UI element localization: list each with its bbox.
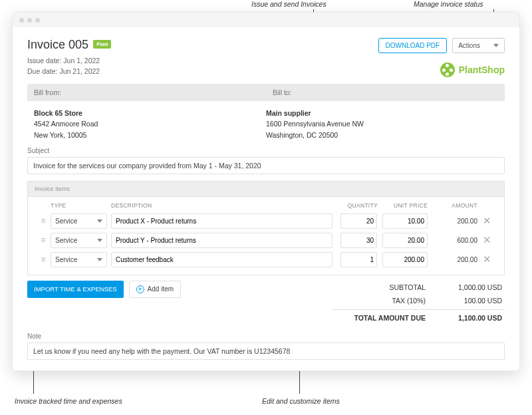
invoice-item-row: ≡ Service 200.00 ✕ [33,211,499,231]
bill-to-label: Bill to: [266,84,505,101]
bill-header-bar: Bill from: Bill to: [27,84,505,101]
item-qty-input[interactable] [340,252,377,267]
item-description-input[interactable] [111,252,332,267]
items-box: TYPE DESCRIPTION QUANTITY UNIT PRICE AMO… [27,196,505,275]
window-dot [27,18,32,23]
invoice-item-row: ≡ Service 200.00 ✕ [33,250,499,269]
item-description-input[interactable] [111,233,332,248]
items-section-label: Invoice Items [27,181,505,196]
items-column-headers: TYPE DESCRIPTION QUANTITY UNIT PRICE AMO… [33,197,499,211]
item-amount: 200.00 [428,217,477,225]
leaf-icon [440,63,455,77]
item-qty-input[interactable] [340,233,377,248]
invoice-title: Invoice 005 [27,38,88,51]
add-item-label: Add item [148,285,174,293]
invoice-item-row: ≡ Service 600.00 ✕ [33,231,499,250]
window-dot [19,18,24,23]
callout-manage-status: Manage invoice status [414,0,483,8]
subtotal-value: 1,000.00 USD [439,283,502,291]
item-type-select[interactable]: Service [51,233,107,248]
due-date: Due date: Jun 21, 2022 [27,67,378,77]
item-description-input[interactable] [111,213,332,229]
drag-handle-icon[interactable]: ≡ [36,235,51,245]
item-qty-input[interactable] [340,213,377,229]
import-time-expenses-button[interactable]: IMPORT TIME & EXPENSES [27,281,124,298]
issue-date: Issue date: Jun 1, 2022 [27,56,378,67]
caret-down-icon [97,239,102,242]
item-amount: 600.00 [428,237,477,244]
bill-from-label: Bill from: [27,84,266,101]
item-type-select[interactable]: Service [51,252,107,267]
subtotal-label: SUBTOTAL [334,283,439,291]
add-item-button[interactable]: + Add item [129,281,181,298]
window-titlebar [13,13,519,27]
item-unit-input[interactable] [382,252,428,267]
bill-from-address: Block 65 Store 4542 Anmoore Road New Yor… [34,108,266,140]
item-amount: 200.00 [428,256,477,263]
invoice-window: Invoice 005 Paid Issue date: Jun 1, 2022… [12,12,520,371]
plus-icon: + [136,285,144,293]
actions-label: Actions [458,42,480,49]
caret-down-icon [97,219,102,223]
total-value: 1,100.00 USD [439,314,502,322]
note-input[interactable] [27,343,505,360]
delete-row-icon[interactable]: ✕ [477,253,496,265]
addresses: Block 65 Store 4542 Anmoore Road New Yor… [27,101,505,146]
tax-label: TAX (10%) [334,297,439,305]
tax-value: 100.00 USD [439,297,502,305]
caret-down-icon [97,258,102,261]
subject-input[interactable] [27,157,505,174]
download-pdf-button[interactable]: DOWNLOAD PDF [378,38,448,53]
callout-issue-send: Issue and send Invoices [251,0,327,8]
subject-label: Subject [27,146,505,157]
delete-row-icon[interactable]: ✕ [477,215,496,227]
delete-row-icon[interactable]: ✕ [477,234,496,246]
brand-name: PlantShop [459,65,505,75]
callout-edit-items: Edit and customize items [262,397,340,405]
caret-down-icon [493,44,499,47]
totals-block: SUBTOTAL1,000.00 USD TAX (10%)100.00 USD… [332,281,505,325]
total-label: TOTAL AMOUNT DUE [334,314,439,322]
callout-tracked-time: Invoice tracked time and expenses [15,397,122,405]
bill-to-address: Main supplier 1600 Pennsylvania Avenue N… [266,108,498,140]
window-dot [35,18,40,23]
item-unit-input[interactable] [382,233,428,248]
item-unit-input[interactable] [382,213,428,229]
item-type-select[interactable]: Service [51,213,107,229]
drag-handle-icon[interactable]: ≡ [36,216,51,225]
status-badge: Paid [93,40,111,49]
drag-handle-icon[interactable]: ≡ [36,255,51,264]
note-label: Note [27,331,505,343]
brand-logo: PlantShop [440,63,505,77]
actions-dropdown[interactable]: Actions [452,38,505,53]
